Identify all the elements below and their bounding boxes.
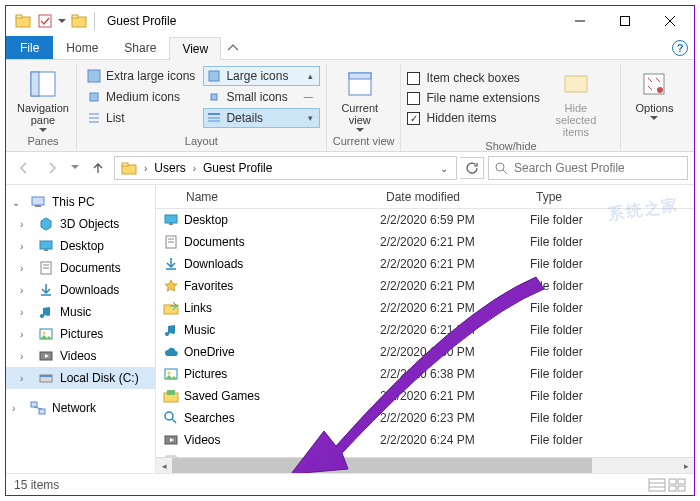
col-name[interactable]: Name (180, 190, 380, 204)
checkbox-item-checkboxes[interactable]: Item check boxes (407, 68, 539, 88)
refresh-button[interactable] (460, 157, 484, 179)
tree-item[interactable]: ›Documents (6, 257, 155, 279)
tab-home[interactable]: Home (53, 36, 111, 59)
layout-medium[interactable]: Medium icons (83, 87, 202, 107)
svg-rect-67 (678, 486, 685, 491)
address-bar-row: › Users › Guest Profile ⌄ Search Guest P… (6, 152, 694, 184)
chevron-right-icon[interactable]: › (190, 163, 199, 174)
horizontal-scrollbar[interactable]: ◂ ▸ (156, 457, 694, 473)
qat-dropdown-icon[interactable] (56, 10, 68, 32)
col-date[interactable]: Date modified (380, 190, 530, 204)
file-row[interactable]: Downloads2/2/2020 6:21 PMFile folder (156, 253, 694, 275)
file-row[interactable]: Documents2/2/2020 6:21 PMFile folder (156, 231, 694, 253)
svg-point-25 (657, 87, 663, 93)
svg-rect-23 (565, 76, 587, 92)
svg-rect-12 (209, 71, 219, 81)
svg-rect-42 (40, 375, 52, 377)
cloud-icon (162, 344, 180, 360)
back-button[interactable] (12, 156, 36, 180)
scroll-thumb[interactable] (172, 458, 592, 473)
file-row[interactable]: Links2/2/2020 6:21 PMFile folder (156, 297, 694, 319)
scroll-right-button[interactable]: ▸ (678, 458, 694, 473)
group-currentview-label: Current view (333, 133, 395, 151)
file-row[interactable]: OneDrive2/2/2020 6:30 PMFile folder (156, 341, 694, 363)
scroll-left-button[interactable]: ◂ (156, 458, 172, 473)
tab-file[interactable]: File (6, 36, 53, 59)
file-row[interactable]: Pictures2/2/2020 6:38 PMFile folder (156, 363, 694, 385)
hide-selected-button[interactable]: Hide selected items (544, 66, 608, 138)
breadcrumb-guest[interactable]: Guest Profile (199, 157, 276, 179)
close-button[interactable] (647, 7, 692, 36)
svg-rect-32 (40, 241, 52, 249)
maximize-button[interactable] (602, 7, 647, 36)
tree-item[interactable]: ›Local Disk (C:) (6, 367, 155, 389)
up-button[interactable] (86, 156, 110, 180)
search-input[interactable]: Search Guest Profile (488, 156, 688, 180)
video-icon (162, 432, 180, 448)
tree-item[interactable]: ›Desktop (6, 235, 155, 257)
tree-item[interactable]: ›Videos (6, 345, 155, 367)
forward-button[interactable] (40, 156, 64, 180)
svg-line-45 (34, 407, 42, 409)
tree-item[interactable]: ›Downloads (6, 279, 155, 301)
svg-point-28 (496, 163, 504, 171)
column-headers[interactable]: Name Date modified Type (156, 185, 694, 209)
svg-rect-4 (72, 15, 78, 18)
collapse-ribbon-icon[interactable] (221, 36, 245, 59)
down-icon (162, 256, 180, 272)
layout-list[interactable]: List (83, 108, 202, 128)
chevron-right-icon[interactable]: › (141, 163, 150, 174)
help-icon[interactable]: ? (672, 40, 688, 56)
file-row[interactable]: Favorites2/2/2020 6:21 PMFile folder (156, 275, 694, 297)
tab-share[interactable]: Share (111, 36, 169, 59)
nav-tree[interactable]: ⌄ This PC ›3D Objects›Desktop›Documents›… (6, 185, 156, 473)
svg-rect-30 (32, 197, 44, 205)
checkbox-hidden-items[interactable]: ✓Hidden items (407, 108, 539, 128)
layout-small[interactable]: Small icons— (203, 87, 319, 107)
desktop-icon (162, 212, 180, 228)
doc-icon (162, 234, 180, 250)
svg-point-39 (43, 332, 46, 335)
link-icon (162, 300, 180, 316)
options-button[interactable]: Options (627, 66, 681, 121)
layout-details[interactable]: Details▾ (203, 108, 319, 128)
file-row[interactable]: Music2/2/2020 6:21 PMFile folder (156, 319, 694, 341)
navigation-pane-button[interactable]: Navigation pane (16, 66, 70, 133)
layout-large[interactable]: Large icons▴ (203, 66, 319, 86)
col-type[interactable]: Type (530, 190, 694, 204)
folder-icon-small (68, 10, 90, 32)
file-rows[interactable]: Desktop2/2/2020 6:59 PMFile folderDocume… (156, 209, 694, 457)
svg-point-57 (165, 412, 173, 420)
search-icon (162, 410, 180, 426)
current-view-button[interactable]: Current view (333, 66, 387, 133)
tree-item[interactable]: ›Music (6, 301, 155, 323)
svg-rect-18 (208, 113, 220, 115)
view-details-icon[interactable] (648, 478, 666, 492)
ribbon: Navigation pane Panes Extra large icons … (6, 60, 694, 152)
pic-icon (162, 366, 180, 382)
breadcrumb-root-icon[interactable] (117, 157, 141, 179)
layout-extra-large[interactable]: Extra large icons (83, 66, 202, 86)
layout-options: Extra large icons Large icons▴ Medium ic… (83, 66, 320, 128)
breadcrumb-users[interactable]: Users (150, 157, 189, 179)
view-thumbnails-icon[interactable] (668, 478, 686, 492)
breadcrumb[interactable]: › Users › Guest Profile ⌄ (114, 156, 457, 180)
tree-item[interactable]: ›Pictures (6, 323, 155, 345)
qat-properties-icon[interactable] (34, 10, 56, 32)
file-row[interactable]: Videos2/2/2020 6:24 PMFile folder (156, 429, 694, 451)
chevron-down-icon[interactable]: ⌄ (434, 163, 454, 174)
svg-rect-1 (16, 15, 22, 18)
checkbox-file-extensions[interactable]: File name extensions (407, 88, 539, 108)
svg-rect-2 (39, 15, 51, 27)
tab-view[interactable]: View (169, 37, 221, 60)
group-layout-label: Layout (83, 133, 320, 151)
tree-network[interactable]: › Network (6, 397, 155, 419)
search-icon (495, 162, 508, 175)
file-row[interactable]: Saved Games2/2/2020 6:21 PMFile folder (156, 385, 694, 407)
file-row[interactable]: Desktop2/2/2020 6:59 PMFile folder (156, 209, 694, 231)
tree-item[interactable]: ›3D Objects (6, 213, 155, 235)
tree-this-pc[interactable]: ⌄ This PC (6, 191, 155, 213)
minimize-button[interactable] (557, 7, 602, 36)
file-row[interactable]: Searches2/2/2020 6:23 PMFile folder (156, 407, 694, 429)
recent-dropdown[interactable] (68, 156, 82, 180)
